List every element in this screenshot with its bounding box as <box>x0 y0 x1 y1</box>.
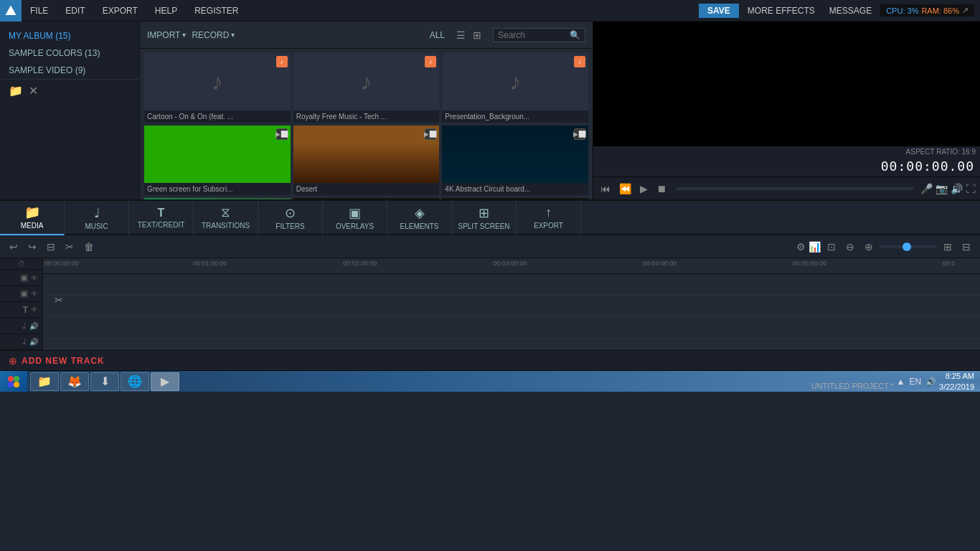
menu-file[interactable]: FILE <box>22 0 57 21</box>
camera-icon[interactable]: 📷 <box>936 183 948 194</box>
media-item[interactable]: ▶⬜ Green screen for Subscri... <box>144 126 291 195</box>
track-volume-icon[interactable]: 🔊 <box>29 338 38 346</box>
volume-icon[interactable]: 🔊 <box>951 183 963 194</box>
media-grid: ♪ ♪ Cartoon - On & On (feat. ... ♪ ♪ Roy… <box>140 49 593 199</box>
menu-export[interactable]: EXPORT <box>94 0 146 21</box>
tool-elements[interactable]: ◈ ELEMENTS <box>387 199 452 235</box>
undo-button[interactable]: ↩ <box>6 240 22 254</box>
record-button[interactable]: RECORD <box>192 30 235 40</box>
scissors-icon[interactable]: ✂ <box>55 294 63 306</box>
media-item[interactable]: ▶⬜ <box>293 198 440 199</box>
import-button[interactable]: IMPORT <box>147 30 186 40</box>
media-item[interactable]: ▶⬜ <box>442 198 588 199</box>
cut-button[interactable]: ✂ <box>62 240 77 254</box>
media-label: Presentation_Backgroun... <box>442 110 588 123</box>
layout-button[interactable]: ⊟ <box>958 240 974 254</box>
taskbar-app-firefox[interactable]: 🦊 <box>60 372 89 391</box>
track-label-video1: ▣ 👁 <box>0 270 42 286</box>
zoom-out-button[interactable]: ⊖ <box>842 240 858 254</box>
tool-music-label: MUSIC <box>85 222 108 230</box>
fullscreen-icon[interactable]: ⛶ <box>966 183 976 194</box>
music-badge: ♪ <box>574 56 585 67</box>
taskbar-app-chrome[interactable]: 🌐 <box>121 372 149 391</box>
ruler-mark: 00:0 <box>943 260 956 267</box>
media-toolbar: IMPORT RECORD ALL ☰ ⊞ 🔍 <box>140 22 593 49</box>
media-item[interactable]: ♪ ♪ Presentation_Backgroun... <box>442 53 588 123</box>
taskbar-app-utorrent[interactable]: ⬇ <box>90 372 119 391</box>
play-button[interactable]: ▶ <box>637 182 651 196</box>
tl-zoom: ⚙ 📊 ⊡ ⊖ ⊕ ⊞ ⊟ <box>796 240 974 254</box>
tool-filters-label: FILTERS <box>275 222 304 230</box>
transitions-icon: ⧖ <box>221 205 230 220</box>
track-volume-icon[interactable]: 🔊 <box>29 322 38 330</box>
mic-icon[interactable]: 🎤 <box>920 183 933 194</box>
arrow-icon: ↗ <box>962 6 969 15</box>
stop-button[interactable]: ⏹ <box>654 182 669 196</box>
tool-transitions[interactable]: ⧖ TRANSITIONS <box>194 199 258 235</box>
music-icon: ♩ <box>94 205 100 221</box>
save-button[interactable]: SAVE <box>699 4 739 18</box>
redo-button[interactable]: ↪ <box>24 240 40 254</box>
media-thumb: ▶⬜ <box>293 198 440 199</box>
menu-help[interactable]: HELP <box>146 0 186 21</box>
svg-point-3 <box>8 382 14 387</box>
taskbar-app-filmora[interactable]: ▶ <box>151 372 179 391</box>
track-eye-icon[interactable]: 👁 <box>31 274 38 282</box>
tool-media[interactable]: 📁 MEDIA <box>0 199 65 235</box>
track-eye-icon[interactable]: 👁 <box>31 306 38 314</box>
sidebar-item-samplevideo[interactable]: SAMPLE VIDEO (9) <box>0 62 139 79</box>
progress-bar[interactable] <box>677 187 913 190</box>
split-button[interactable]: ⊟ <box>43 240 59 254</box>
tool-text[interactable]: T TEXT/CREDIT <box>129 199 194 235</box>
menu-edit[interactable]: EDIT <box>57 0 93 21</box>
media-item[interactable]: ▶⬜ 4K Abstract Circuit board... <box>442 126 588 195</box>
grid-toggle-button[interactable]: ⊞ <box>940 240 956 254</box>
filters-icon: ⊙ <box>285 205 296 221</box>
prev-frame-button[interactable]: ⏪ <box>616 182 634 196</box>
folder-remove-icon[interactable]: ✕ <box>29 84 38 98</box>
grid-view-button[interactable]: ⊞ <box>470 28 484 42</box>
track-eye-icon[interactable]: 👁 <box>31 290 38 298</box>
tool-music[interactable]: ♩ MUSIC <box>65 199 129 235</box>
video-track-icon: ▣ <box>20 273 28 283</box>
zoom-slider[interactable] <box>880 245 937 248</box>
tool-filters[interactable]: ⊙ FILTERS <box>258 199 323 235</box>
zoom-fit-button[interactable]: ⊡ <box>824 240 839 254</box>
media-item[interactable]: ▶⬜ Desert <box>293 126 440 195</box>
track-row: ✂ <box>43 274 980 296</box>
folder-add-icon[interactable]: 📁 <box>9 84 23 98</box>
skip-start-button[interactable]: ⏮ <box>598 182 613 196</box>
message-button[interactable]: MESSAGE <box>824 6 877 16</box>
taskbar-app-explorer[interactable]: 📁 <box>30 372 59 391</box>
media-item[interactable]: ♪ ♪ Royalty Free Music - Tech ... <box>293 53 440 123</box>
language-icon: EN <box>909 377 921 387</box>
tool-export[interactable]: ↑ EXPORT <box>517 199 581 235</box>
media-item[interactable]: ▶⬜ <box>144 198 291 199</box>
cpu-value: CPU: 3% <box>886 6 918 15</box>
tool-overlays[interactable]: ▣ OVERLAYS <box>323 199 387 235</box>
list-view-button[interactable]: ☰ <box>453 28 468 42</box>
media-item[interactable]: ♪ ♪ Cartoon - On & On (feat. ... <box>144 53 291 123</box>
video-badge: ▶⬜ <box>276 128 288 140</box>
app-logo[interactable] <box>0 0 22 22</box>
preview-video <box>593 22 980 146</box>
zoom-settings-icon[interactable]: ⚙ <box>796 241 806 253</box>
export-icon: ↑ <box>545 205 552 220</box>
delete-button[interactable]: 🗑 <box>80 240 98 254</box>
ruler-mark: 00:00:00:00 <box>44 260 79 267</box>
more-effects-button[interactable]: MORE EFFECTS <box>742 6 821 16</box>
start-button[interactable] <box>0 371 27 392</box>
svg-point-2 <box>14 376 19 382</box>
time-display: 00:00:00.00 <box>593 157 980 176</box>
add-track[interactable]: ⊕ ADD NEW TRACK <box>0 350 980 370</box>
menu-register[interactable]: REGISTER <box>186 0 247 21</box>
sidebar-item-samplecolors[interactable]: SAMPLE COLORS (13) <box>0 44 139 62</box>
zoom-in-button[interactable]: ⊕ <box>861 240 877 254</box>
search-input[interactable] <box>498 30 570 40</box>
tool-splitscreen[interactable]: ⊞ SPLIT SCREEN <box>452 199 517 235</box>
volume-taskbar-icon[interactable]: 🔊 <box>925 377 936 387</box>
sidebar-item-myalbum[interactable]: MY ALBUM (15) <box>0 27 139 44</box>
network-icon: ▲ <box>897 377 905 387</box>
ruler-mark: 00:02:00:00 <box>343 260 377 267</box>
tool-media-label: MEDIA <box>21 222 44 230</box>
